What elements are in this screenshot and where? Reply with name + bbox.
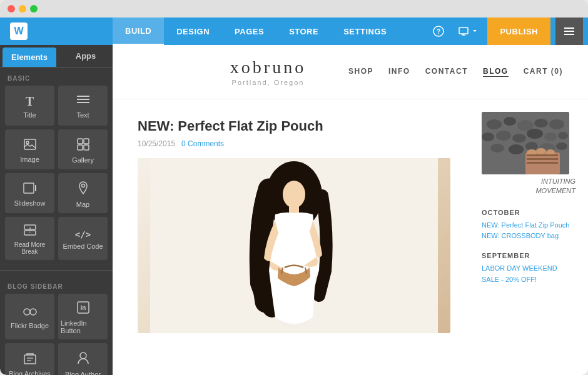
nav-cart[interactable]: CART (0) — [524, 67, 563, 77]
site-logo: xobruno Portland, Oregon — [230, 58, 306, 86]
section-divider — [0, 270, 113, 271]
svg-rect-17 — [24, 183, 34, 193]
app-content: W BUILD DESIGN PAGES STORE SETTINGS ? PU… — [0, 18, 588, 375]
element-embed-code[interactable]: </> Embed Code — [58, 217, 108, 260]
svg-point-44 — [549, 119, 564, 129]
svg-point-52 — [509, 144, 524, 154]
section-label-blog: BLOG SIDEBAR — [0, 276, 113, 294]
nav-item-build[interactable]: BUILD — [113, 18, 164, 45]
svg-point-47 — [512, 134, 526, 142]
element-title-label: Title — [23, 111, 36, 119]
maximize-button[interactable] — [30, 5, 38, 12]
svg-rect-27 — [24, 355, 36, 364]
element-text[interactable]: Text — [58, 86, 108, 126]
element-author-label: Blog Author — [65, 371, 101, 376]
window-controls — [8, 5, 38, 12]
svg-rect-7 — [564, 34, 574, 35]
svg-text:?: ? — [437, 28, 440, 35]
svg-point-24 — [30, 309, 36, 315]
svg-point-23 — [24, 309, 30, 315]
tab-apps[interactable]: Apps — [59, 45, 113, 67]
minimize-button[interactable] — [19, 5, 26, 12]
svg-rect-8 — [77, 96, 89, 97]
archive-link-1[interactable]: NEW: Perfect Flat Zip Pouch — [482, 220, 575, 231]
site-nav: SHOP INFO CONTACT BLOG CART (0) — [348, 67, 563, 77]
svg-rect-16 — [84, 145, 89, 150]
element-gallery[interactable]: Gallery — [58, 129, 108, 169]
element-embed-code-label: Embed Code — [63, 242, 103, 250]
logo-text: xobruno — [230, 58, 306, 78]
slideshow-icon — [23, 182, 37, 196]
close-button[interactable] — [8, 5, 15, 12]
element-blog-archives[interactable]: Blog Archives — [5, 343, 54, 375]
nav-item-settings[interactable]: SETTINGS — [331, 18, 399, 45]
nav-item-design[interactable]: DESIGN — [164, 18, 222, 45]
element-read-more[interactable]: Read More Break — [5, 217, 54, 260]
nav-right: ? PUBLISH — [428, 18, 588, 45]
author-icon — [78, 351, 89, 367]
flickr-icon — [23, 307, 37, 318]
caption-line2: MOVEMENT — [535, 187, 575, 194]
read-more-icon — [24, 224, 36, 238]
svg-rect-9 — [77, 99, 89, 100]
top-nav: W BUILD DESIGN PAGES STORE SETTINGS ? PU… — [0, 18, 588, 45]
element-map[interactable]: Map — [58, 173, 108, 213]
svg-point-45 — [482, 132, 494, 141]
archive-october: OCTOBER NEW: Perfect Flat Zip Pouch NEW:… — [482, 209, 575, 242]
svg-point-37 — [283, 181, 305, 208]
help-icon[interactable]: ? — [428, 21, 449, 41]
device-selector[interactable] — [454, 21, 482, 41]
blog-layout: NEW: Perfect Flat Zip Pouch 10/25/2015 0… — [113, 99, 588, 375]
element-slideshow[interactable]: Slideshow — [5, 173, 54, 213]
svg-point-12 — [26, 141, 29, 144]
text-icon — [77, 96, 89, 108]
element-image[interactable]: Image — [5, 129, 54, 169]
nav-shop[interactable]: SHOP — [348, 67, 373, 77]
publish-button[interactable]: PUBLISH — [487, 18, 550, 45]
nav-info[interactable]: INFO — [388, 67, 410, 77]
svg-rect-2 — [459, 28, 468, 34]
weebly-logo[interactable]: W — [10, 22, 28, 40]
element-title[interactable]: T Title — [5, 86, 54, 126]
svg-rect-5 — [564, 28, 574, 29]
svg-point-48 — [527, 129, 543, 139]
element-flickr-badge[interactable]: Flickr Badge — [5, 294, 54, 339]
tab-elements[interactable]: Elements — [3, 48, 56, 67]
site-header: xobruno Portland, Oregon SHOP INFO CONTA… — [113, 45, 588, 99]
svg-point-43 — [534, 119, 548, 128]
nav-items: BUILD DESIGN PAGES STORE SETTINGS — [113, 18, 428, 45]
svg-point-49 — [544, 132, 557, 141]
blog-right-sidebar: INTUITING MOVEMENT OCTOBER NEW: Perfect … — [475, 99, 588, 375]
svg-rect-61 — [527, 158, 558, 160]
archive-link-3[interactable]: LABOR DAY WEEKEND SALE - 20% OFF! — [482, 263, 575, 285]
title-icon: T — [26, 95, 34, 108]
embed-code-icon: </> — [75, 230, 91, 239]
archive-month-september: SEPTEMBER — [482, 252, 575, 259]
nav-item-store[interactable]: STORE — [276, 18, 331, 45]
element-image-label: Image — [20, 156, 39, 163]
svg-point-55 — [556, 142, 567, 150]
menu-button[interactable] — [555, 18, 583, 45]
nav-item-pages[interactable]: PAGES — [222, 18, 276, 45]
svg-rect-60 — [527, 154, 558, 156]
svg-rect-18 — [35, 185, 36, 191]
element-blog-author[interactable]: Blog Author — [58, 343, 108, 375]
linkedin-icon: in — [77, 301, 89, 316]
sidebar-caption: INTUITING MOVEMENT — [482, 177, 575, 196]
svg-point-46 — [496, 131, 511, 141]
nav-blog[interactable]: BLOG — [483, 67, 509, 77]
sidebar-tabs: Elements Apps — [0, 45, 113, 68]
nav-contact[interactable]: CONTACT — [425, 67, 468, 77]
blog-comments[interactable]: 0 Comments — [181, 139, 224, 148]
blog-meta: 10/25/2015 0 Comments — [138, 139, 450, 148]
svg-rect-14 — [84, 139, 89, 144]
app-window: W BUILD DESIGN PAGES STORE SETTINGS ? PU… — [0, 0, 588, 375]
element-flickr-label: Flickr Badge — [11, 322, 49, 329]
archive-link-2[interactable]: NEW: CROSSBODY bag — [482, 231, 575, 242]
svg-rect-62 — [527, 162, 558, 164]
svg-point-19 — [81, 184, 84, 187]
svg-rect-10 — [77, 102, 89, 103]
element-linkedin[interactable]: in LinkedIn Button — [58, 294, 108, 339]
svg-point-51 — [490, 144, 504, 152]
sidebar-thumbnail — [482, 112, 569, 174]
